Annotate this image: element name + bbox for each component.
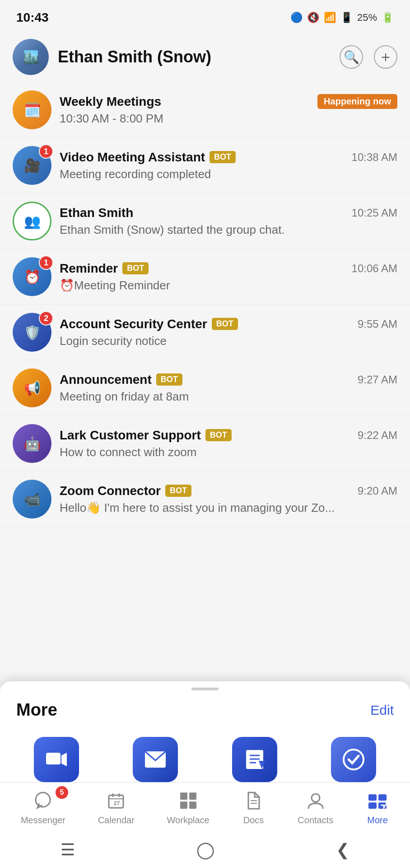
- chat-name-wrap-lark-customer-support: Lark Customer SupportBOT: [60, 428, 232, 443]
- nav-label-calendar: Calendar: [98, 815, 135, 826]
- chat-top-lark-customer-support: Lark Customer SupportBOT9:22 AM: [60, 428, 397, 443]
- avatar-lark-customer-support: 🤖: [13, 424, 51, 463]
- sound-off-icon: 🔇: [307, 12, 319, 24]
- battery-text: 25%: [357, 12, 377, 24]
- svg-rect-23: [368, 794, 377, 801]
- avatar-wrap-video-meeting-assistant: 🎥1: [13, 146, 51, 185]
- chat-top-ethan-smith: Ethan Smith10:25 AM: [60, 206, 397, 220]
- bot-badge-video-meeting-assistant: BOT: [210, 151, 236, 163]
- home-button[interactable]: ◯: [196, 840, 214, 859]
- chat-time-reminder: 10:06 AM: [352, 262, 397, 275]
- nav-label-workplace: Workplace: [167, 815, 210, 826]
- user-avatar[interactable]: 🏙️: [13, 39, 49, 75]
- svg-marker-1: [61, 753, 67, 766]
- chat-item-ethan-smith[interactable]: 👥Ethan Smith10:25 AMEthan Smith (Snow) s…: [0, 193, 410, 249]
- svg-text:27: 27: [114, 800, 120, 807]
- svg-rect-18: [180, 802, 187, 809]
- chat-name-weekly-meetings: Weekly Meetings: [60, 94, 161, 109]
- svg-rect-19: [189, 802, 196, 809]
- badge-reminder: 1: [39, 255, 53, 270]
- search-icon: 🔍: [344, 50, 359, 65]
- avatar-ethan-smith: 👥: [13, 202, 51, 241]
- avatar-zoom-connector: 📹: [13, 480, 51, 519]
- nav-item-workplace[interactable]: Workplace: [167, 789, 210, 826]
- nav-icon-more: [366, 789, 389, 812]
- chat-preview-video-meeting-assistant: Meeting recording completed: [60, 167, 397, 181]
- chat-info-reminder: ReminderBOT10:06 AM⏰Meeting Reminder: [60, 261, 397, 292]
- chat-time-zoom-connector: 9:20 AM: [358, 485, 397, 497]
- chat-name-wrap-reminder: ReminderBOT: [60, 261, 149, 276]
- sheet-title: More: [16, 700, 57, 720]
- chat-top-zoom-connector: Zoom ConnectorBOT9:20 AM: [60, 484, 397, 498]
- chat-item-reminder[interactable]: ⏰1ReminderBOT10:06 AM⏰Meeting Reminder: [0, 249, 410, 305]
- nav-item-contacts[interactable]: Contacts: [298, 789, 333, 826]
- chat-name-account-security-center: Account Security Center: [60, 317, 207, 331]
- chat-preview-weekly-meetings: 10:30 AM - 8:00 PM: [60, 112, 397, 126]
- nav-icon-messenger: 5: [31, 789, 55, 812]
- chat-time-account-security-center: 9:55 AM: [358, 318, 397, 330]
- chat-time-announcement: 9:27 AM: [358, 373, 397, 386]
- nav-icon-calendar: 27: [104, 789, 128, 812]
- nav-label-messenger: Messenger: [21, 815, 65, 826]
- status-time: 10:43: [16, 10, 49, 25]
- chat-top-weekly-meetings: Weekly MeetingsHappening now: [60, 94, 397, 109]
- nav-badge-messenger: 5: [56, 786, 68, 799]
- chat-info-account-security-center: Account Security CenterBOT9:55 AMLogin s…: [60, 317, 397, 348]
- sheet-header: More Edit: [0, 690, 410, 724]
- svg-rect-25: [368, 802, 377, 809]
- avatar-wrap-reminder: ⏰1: [13, 257, 51, 296]
- chat-name-announcement: Announcement: [60, 373, 152, 387]
- chat-item-video-meeting-assistant[interactable]: 🎥1Video Meeting AssistantBOT10:38 AMMeet…: [0, 138, 410, 193]
- edit-button[interactable]: Edit: [370, 703, 394, 718]
- svg-rect-0: [46, 753, 61, 764]
- chat-item-weekly-meetings[interactable]: 🗓️Weekly MeetingsHappening now10:30 AM -…: [0, 82, 410, 138]
- sheet-icon-email: [133, 737, 178, 782]
- svg-rect-17: [189, 793, 196, 800]
- avatar-wrap-announcement: 📢: [13, 368, 51, 407]
- chat-preview-account-security-center: Login security notice: [60, 334, 397, 348]
- chat-time-ethan-smith: 10:25 AM: [352, 207, 397, 219]
- add-button[interactable]: ＋: [374, 45, 397, 69]
- avatar-wrap-weekly-meetings: 🗓️: [13, 90, 51, 129]
- chat-list: 🗓️Weekly MeetingsHappening now10:30 AM -…: [0, 82, 410, 527]
- badge-account-security-center: 2: [39, 311, 53, 326]
- svg-point-10: [36, 793, 50, 807]
- recent-apps-button[interactable]: ☰: [61, 840, 75, 859]
- chat-info-weekly-meetings: Weekly MeetingsHappening now10:30 AM - 8…: [60, 94, 397, 126]
- nav-icon-docs: [242, 789, 266, 812]
- bot-badge-announcement: BOT: [156, 373, 182, 386]
- chat-item-zoom-connector[interactable]: 📹Zoom ConnectorBOT9:20 AMHello👋 I'm here…: [0, 472, 410, 527]
- chat-name-reminder: Reminder: [60, 261, 118, 276]
- chat-name-zoom-connector: Zoom Connector: [60, 484, 161, 498]
- sheet-icon-tasks: [331, 737, 376, 782]
- bot-badge-lark-customer-support: BOT: [205, 429, 232, 441]
- nav-item-more[interactable]: More: [366, 789, 389, 826]
- nav-item-messenger[interactable]: 5Messenger: [21, 789, 65, 826]
- battery-icon: 🔋: [382, 12, 394, 24]
- back-button[interactable]: ❮: [336, 840, 349, 859]
- chat-item-account-security-center[interactable]: 🛡️2Account Security CenterBOT9:55 AMLogi…: [0, 305, 410, 360]
- chat-info-video-meeting-assistant: Video Meeting AssistantBOT10:38 AMMeetin…: [60, 150, 397, 181]
- chat-item-announcement[interactable]: 📢AnnouncementBOT9:27 AMMeeting on friday…: [0, 360, 410, 416]
- chat-info-zoom-connector: Zoom ConnectorBOT9:20 AMHello👋 I'm here …: [60, 484, 397, 515]
- chat-preview-lark-customer-support: How to connect with zoom: [60, 445, 397, 459]
- svg-point-8: [344, 750, 363, 769]
- chat-item-lark-customer-support[interactable]: 🤖Lark Customer SupportBOT9:22 AMHow to c…: [0, 416, 410, 472]
- chat-preview-zoom-connector: Hello👋 I'm here to assist you in managin…: [60, 501, 397, 515]
- nav-icon-contacts: [304, 789, 327, 812]
- nav-label-docs: Docs: [243, 815, 264, 826]
- chat-time-video-meeting-assistant: 10:38 AM: [352, 151, 397, 164]
- signal-icon: 📱: [340, 12, 353, 24]
- nav-icon-workplace: [177, 789, 200, 812]
- chat-preview-reminder: ⏰Meeting Reminder: [60, 278, 397, 292]
- nav-item-calendar[interactable]: 27Calendar: [98, 789, 135, 826]
- search-button[interactable]: 🔍: [340, 45, 363, 69]
- happening-badge-weekly-meetings: Happening now: [317, 94, 397, 109]
- chat-time-lark-customer-support: 9:22 AM: [358, 429, 397, 442]
- chat-name-wrap-video-meeting-assistant: Video Meeting AssistantBOT: [60, 150, 236, 165]
- wifi-icon: 📶: [324, 12, 336, 24]
- avatar-image: 🏙️: [23, 50, 39, 65]
- nav-item-docs[interactable]: Docs: [242, 789, 266, 826]
- svg-point-22: [312, 794, 320, 802]
- nav-label-more: More: [367, 815, 388, 826]
